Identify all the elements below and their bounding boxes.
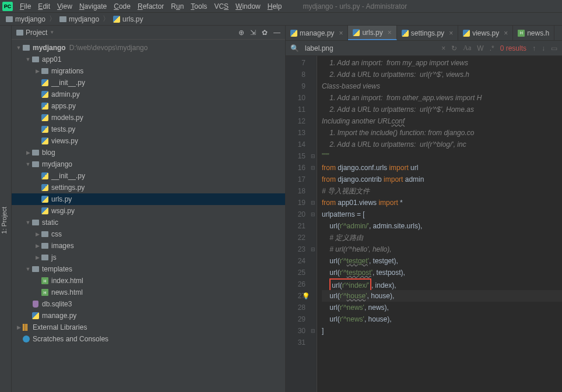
python-file-icon bbox=[41, 137, 48, 144]
code-lines[interactable]: 1. Add an import: from my_app import vie… bbox=[317, 56, 562, 392]
crumb-root[interactable]: mydjango bbox=[3, 15, 48, 23]
line-gutter: 7891011121314151617181920212223242526272… bbox=[286, 56, 309, 392]
python-file-icon bbox=[41, 196, 48, 203]
tree-root[interactable]: ▼mydjangoD:\web\devops\mydjango bbox=[12, 42, 285, 54]
python-file-icon bbox=[41, 79, 48, 86]
tree-folder[interactable]: ▶images bbox=[12, 240, 285, 252]
tree-folder[interactable]: ▶blog bbox=[12, 147, 285, 158]
tree-file[interactable]: wsgi.py bbox=[12, 205, 285, 217]
menu-view[interactable]: View bbox=[54, 1, 76, 12]
tree-folder[interactable]: ▼mydjango bbox=[12, 158, 285, 170]
python-file-icon bbox=[41, 126, 48, 133]
menu-edit[interactable]: Edit bbox=[34, 1, 54, 12]
project-tool-tab[interactable]: 1: Project bbox=[1, 207, 8, 234]
tree-file[interactable]: admin.py bbox=[12, 89, 285, 100]
close-icon[interactable]: × bbox=[449, 29, 453, 37]
gear-icon[interactable]: ✿ bbox=[262, 29, 268, 37]
hide-icon[interactable]: — bbox=[273, 29, 280, 37]
window-title: mydjango - urls.py - Administrator bbox=[303, 2, 407, 10]
menu-tools[interactable]: Tools bbox=[187, 1, 210, 12]
folder-icon bbox=[6, 16, 13, 22]
next-match-icon[interactable]: ↓ bbox=[542, 44, 545, 52]
pycharm-logo-icon: PC bbox=[2, 2, 13, 11]
menu-code[interactable]: Code bbox=[110, 1, 134, 12]
tab-manage[interactable]: manage.py× bbox=[286, 26, 348, 40]
scratch-icon bbox=[23, 336, 30, 342]
crumb-file[interactable]: urls.py bbox=[111, 15, 145, 23]
tree-folder[interactable]: ▼static bbox=[12, 217, 285, 228]
fold-gutter: ⊟⊟⊟⊟⊟⊟ bbox=[309, 56, 317, 392]
chevron-down-icon[interactable]: ▼ bbox=[50, 30, 54, 35]
html-file-icon: H bbox=[41, 289, 48, 296]
tree-folder[interactable]: ▶migrations bbox=[12, 65, 285, 77]
tree-file[interactable]: apps.py bbox=[12, 100, 285, 112]
crumb-mid[interactable]: mydjango bbox=[57, 15, 101, 23]
close-icon[interactable]: × bbox=[339, 29, 343, 37]
panel-title: Project bbox=[26, 29, 47, 37]
regex-icon[interactable]: .* bbox=[490, 44, 494, 52]
match-case-icon[interactable]: Aa bbox=[463, 44, 471, 52]
project-panel: Project ▼ ⊕ ⇲ ✿ — ▼mydjangoD:\web\devops… bbox=[12, 26, 286, 392]
tab-views[interactable]: views.py× bbox=[458, 26, 513, 40]
find-results: 0 results bbox=[500, 44, 526, 52]
menu-run[interactable]: Run bbox=[167, 1, 187, 12]
menu-refactor[interactable]: Refactor bbox=[134, 1, 167, 12]
tree-file[interactable]: tests.py bbox=[12, 123, 285, 135]
tree-file-selected[interactable]: urls.py bbox=[12, 193, 285, 205]
history-icon[interactable]: ↻ bbox=[451, 44, 457, 52]
project-tree[interactable]: ▼mydjangoD:\web\devops\mydjango ▼app01 ▶… bbox=[12, 40, 285, 392]
tool-window-stripe[interactable]: 1: Project bbox=[0, 26, 12, 392]
python-file-icon bbox=[41, 172, 48, 179]
tree-file[interactable]: Hindex.html bbox=[12, 275, 285, 287]
python-file-icon bbox=[41, 114, 48, 121]
code-editor[interactable]: 7891011121314151617181920212223242526272… bbox=[286, 56, 562, 392]
menu-file[interactable]: File bbox=[16, 1, 34, 12]
tree-file[interactable]: Hnews.html bbox=[12, 287, 285, 298]
clear-icon[interactable]: × bbox=[441, 44, 445, 52]
find-input[interactable]: label.png bbox=[305, 44, 387, 52]
menu-vcs[interactable]: VCS bbox=[210, 1, 232, 12]
locate-icon[interactable]: ⊕ bbox=[238, 29, 244, 37]
menu-help[interactable]: Help bbox=[264, 1, 286, 12]
tree-external-libs[interactable]: ▶External Libraries bbox=[12, 322, 285, 333]
prev-match-icon[interactable]: ↑ bbox=[532, 44, 536, 52]
tree-folder[interactable]: ▶js bbox=[12, 252, 285, 263]
python-file-icon bbox=[290, 30, 297, 37]
menu-bar: PC File Edit View Navigate Code Refactor… bbox=[0, 0, 562, 13]
python-file-icon bbox=[402, 30, 409, 37]
tree-file[interactable]: views.py bbox=[12, 135, 285, 147]
tree-folder[interactable]: ▶css bbox=[12, 228, 285, 240]
project-icon bbox=[16, 30, 23, 36]
tree-file[interactable]: models.py bbox=[12, 112, 285, 123]
tab-urls[interactable]: urls.py× bbox=[348, 26, 396, 40]
tab-news[interactable]: Hnews.h bbox=[513, 26, 554, 40]
tree-file[interactable]: db.sqlite3 bbox=[12, 298, 285, 310]
tree-file[interactable]: settings.py bbox=[12, 182, 285, 193]
folder-icon bbox=[41, 231, 48, 237]
folder-icon bbox=[32, 56, 39, 62]
tree-file[interactable]: manage.py bbox=[12, 310, 285, 322]
words-icon[interactable]: W bbox=[477, 44, 483, 52]
python-file-icon bbox=[41, 184, 48, 191]
python-file-icon bbox=[463, 30, 470, 37]
select-all-icon[interactable]: ▭ bbox=[551, 44, 557, 52]
menu-navigate[interactable]: Navigate bbox=[76, 1, 110, 12]
close-icon[interactable]: × bbox=[388, 29, 392, 37]
python-file-icon bbox=[41, 103, 48, 110]
html-file-icon: H bbox=[41, 277, 48, 284]
tree-folder[interactable]: ▼templates bbox=[12, 263, 285, 275]
tab-settings[interactable]: settings.py× bbox=[397, 26, 458, 40]
python-file-icon bbox=[113, 16, 120, 23]
tree-file[interactable]: __init__.py bbox=[12, 170, 285, 182]
tree-file[interactable]: __init__.py bbox=[12, 77, 285, 89]
intention-bulb-icon[interactable]: url(r'^house', house), bbox=[322, 290, 562, 302]
menu-window[interactable]: Window bbox=[232, 1, 264, 12]
tree-folder[interactable]: ▼app01 bbox=[12, 54, 285, 65]
close-icon[interactable]: × bbox=[504, 29, 508, 37]
python-file-icon bbox=[41, 91, 48, 98]
chevron-right-icon: 〉 bbox=[49, 14, 56, 24]
tree-scratches[interactable]: Scratches and Consoles bbox=[12, 333, 285, 345]
search-icon[interactable]: 🔍 bbox=[290, 44, 299, 52]
collapse-icon[interactable]: ⇲ bbox=[250, 29, 256, 37]
folder-icon bbox=[23, 45, 30, 51]
